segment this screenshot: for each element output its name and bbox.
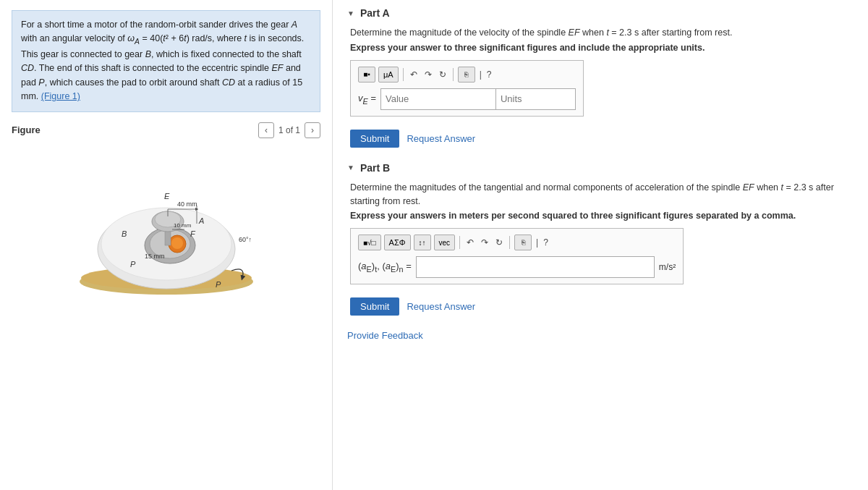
toolbar-b-refresh-icon[interactable]: ↻ <box>493 236 505 249</box>
toolbar-a-redo-icon[interactable]: ↷ <box>422 68 434 81</box>
part-b-content: Determine the magnitudes of the tangenti… <box>347 181 854 316</box>
part-a-units-input[interactable] <box>496 88 576 110</box>
part-b-request-link[interactable]: Request Answer <box>407 301 475 312</box>
toolbar-b-sep-1 <box>459 236 460 249</box>
svg-text:15 mm: 15 mm <box>145 253 165 260</box>
figure-area: Figure ‹ 1 of 1 › <box>12 122 320 480</box>
figure-svg: 40 mm 10 mm 15 mm B P A E F 60°↑ P <box>58 144 275 296</box>
toolbar-a-help-icon[interactable]: ? <box>485 68 494 81</box>
svg-text:B: B <box>122 229 127 238</box>
part-b-answer-box: ■√□ ΑΣΦ ↕↑ vec ↶ ↷ ↻ <box>350 228 684 284</box>
svg-text:60°↑: 60°↑ <box>239 236 252 243</box>
toolbar-a-undo-icon[interactable]: ↶ <box>408 68 420 81</box>
part-b-value-input[interactable] <box>416 256 655 278</box>
toolbar-b-btn-sigma[interactable]: ΑΣΦ <box>384 235 411 250</box>
provide-feedback-link[interactable]: Provide Feedback <box>347 330 854 341</box>
figure-label: Figure <box>12 124 41 135</box>
part-a-header[interactable]: ▼ Part A <box>347 7 854 19</box>
toolbar-a-keyboard-icon[interactable]: ⎘ <box>458 67 475 83</box>
part-a-submit-button[interactable]: Submit <box>350 130 399 148</box>
toolbar-sep-1 <box>403 68 404 81</box>
part-b-unit-label: m/s² <box>659 262 676 272</box>
toolbar-b-btn-sqrt[interactable]: ■√□ <box>358 235 381 250</box>
svg-point-7 <box>171 237 183 249</box>
toolbar-a-btn-mu[interactable]: μA <box>378 67 399 83</box>
part-a-content: Determine the magnitude of the velocity … <box>347 26 854 148</box>
part-a-instruction: Determine the magnitude of the velocity … <box>350 26 854 40</box>
problem-text: For a short time a motor of the random-o… <box>12 10 320 112</box>
figure-image: 40 mm 10 mm 15 mm B P A E F 60°↑ P <box>58 144 275 296</box>
part-a-answer-box: ■▪ μA ↶ ↷ ↻ ⎘ | ? <box>350 60 584 117</box>
part-b-label: Part B <box>360 162 390 174</box>
figure-header: Figure ‹ 1 of 1 › <box>12 122 320 138</box>
part-a-label: Part A <box>360 7 390 19</box>
svg-text:P: P <box>216 280 221 289</box>
part-b-arrow: ▼ <box>347 164 354 172</box>
toolbar-sep-2 <box>453 68 454 81</box>
toolbar-b-undo-icon[interactable]: ↶ <box>464 236 476 249</box>
part-a-value-input[interactable] <box>380 88 496 110</box>
left-panel: For a short time a motor of the random-o… <box>0 0 333 490</box>
part-b-section: ▼ Part B Determine the magnitudes of the… <box>347 162 854 316</box>
toolbar-b-sep-2 <box>509 236 510 249</box>
toolbar-b-keyboard-icon[interactable]: ⎘ <box>514 235 532 250</box>
toolbar-b-redo-icon[interactable]: ↷ <box>479 236 490 249</box>
part-b-input-label: (aE)t, (aE)n = <box>358 261 412 274</box>
right-panel: ▼ Part A Determine the magnitude of the … <box>333 0 868 490</box>
part-b-instruction: Determine the magnitudes of the tangenti… <box>350 181 854 208</box>
toolbar-a-pipe: | <box>480 69 482 80</box>
part-a-btn-row: Submit Request Answer <box>350 130 854 148</box>
toolbar-b-pipe: | <box>536 237 538 248</box>
svg-text:A: A <box>198 216 204 225</box>
next-figure-button[interactable]: › <box>305 122 320 138</box>
part-a-request-link[interactable]: Request Answer <box>407 133 475 144</box>
figure-nav: ‹ 1 of 1 › <box>258 122 320 138</box>
svg-text:40 mm: 40 mm <box>177 200 197 208</box>
part-a-arrow: ▼ <box>347 9 354 17</box>
toolbar-b-btn-vec[interactable]: vec <box>434 235 456 250</box>
toolbar-b-btn-updown[interactable]: ↕↑ <box>414 235 431 250</box>
prev-figure-button[interactable]: ‹ <box>258 122 274 138</box>
part-b-submit-button[interactable]: Submit <box>350 297 399 316</box>
part-b-header[interactable]: ▼ Part B <box>347 162 854 174</box>
part-a-section: ▼ Part A Determine the magnitude of the … <box>347 7 854 148</box>
toolbar-b-help-icon[interactable]: ? <box>541 236 550 249</box>
figure-link[interactable]: (Figure 1) <box>41 91 80 101</box>
part-b-subinstruction: Express your answers in meters per secon… <box>350 211 854 221</box>
part-a-input-row: vE = <box>358 88 576 110</box>
toolbar-a-btn-matrix[interactable]: ■▪ <box>358 67 375 83</box>
part-a-subinstruction: Express your answer to three significant… <box>350 43 854 53</box>
figure-page: 1 of 1 <box>278 125 300 135</box>
part-b-btn-row: Submit Request Answer <box>350 297 854 316</box>
part-a-input-label: vE = <box>358 93 376 106</box>
toolbar-a-refresh-icon[interactable]: ↻ <box>437 68 448 81</box>
part-b-toolbar: ■√□ ΑΣΦ ↕↑ vec ↶ ↷ ↻ <box>358 235 676 250</box>
part-b-input-row: (aE)t, (aE)n = m/s² <box>358 256 676 278</box>
svg-text:E: E <box>164 192 170 200</box>
part-a-toolbar: ■▪ μA ↶ ↷ ↻ ⎘ | ? <box>358 67 576 83</box>
svg-text:P: P <box>130 260 136 269</box>
svg-text:10 mm: 10 mm <box>174 222 192 229</box>
